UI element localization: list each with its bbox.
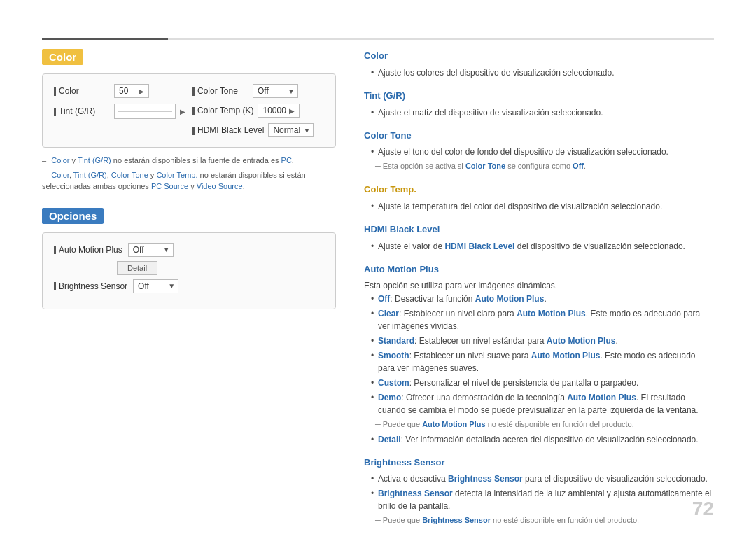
auto-motion-item-standard: Standard: Establecer un nivel estándar p… [371, 335, 714, 347]
auto-motion-select[interactable]: Off ▼ [128, 243, 174, 257]
color-right-arrow: ▶ [139, 87, 144, 95]
footnote-1: – Color y Tint (G/R) no estarán disponib… [42, 155, 336, 167]
color-settings-grid: Color 50 ▶ Tint (G/R) ▶ [54, 84, 324, 137]
color-value-box[interactable]: 50 ▶ [114, 84, 149, 98]
color-label: Color [54, 86, 110, 96]
color-tone-label: Color Tone [192, 86, 248, 96]
tint-right-arrow: ▶ [180, 108, 186, 115]
color-temp-label: Color Temp (K) [192, 106, 253, 115]
right-tint-title: Tint (G/R) [364, 89, 714, 104]
color-left-settings: Color 50 ▶ Tint (G/R) ▶ [54, 84, 186, 137]
right-color-temp-item-1: Ajuste la temperatura del color del disp… [371, 200, 714, 213]
slider-track [118, 111, 172, 112]
right-color-temp-title: Color Temp. [364, 183, 714, 197]
right-auto-motion-title: Auto Motion Plus [364, 262, 714, 277]
right-hdmi-title: HDMI Black Level [364, 223, 714, 237]
tint-label: Tint (G/R) [54, 106, 110, 116]
hdmi-black-row: HDMI Black Level Normal ▼ [192, 123, 324, 137]
auto-motion-item-off: Off: Desactivar la función Auto Motion P… [371, 293, 714, 305]
right-brightness-title: Brightness Sensor [364, 456, 714, 470]
brightness-note: Puede que Brightness Sensor no esté disp… [364, 514, 714, 527]
right-hdmi-list: Ajuste el valor de HDMI Black Level del … [364, 240, 714, 253]
brightness-sensor-select[interactable]: Off ▼ [133, 279, 178, 293]
color-temp-value[interactable]: 10000 ▶ [258, 104, 299, 118]
color-tone-row: Color Tone Off ▼ [192, 84, 324, 98]
right-color-item-1: Ajuste los colores del dispositivo de vi… [371, 66, 714, 79]
right-color-tone-title: Color Tone [364, 129, 714, 143]
opciones-section-title: Opciones [42, 208, 104, 224]
right-auto-motion-detail-list: Detail: Ver información detallada acerca… [364, 433, 714, 446]
color-row: Color 50 ▶ [54, 84, 186, 98]
opciones-box: Auto Motion Plus Off ▼ Detail Brightness… [42, 232, 336, 309]
auto-motion-item-custom: Custom: Personalizar el nivel de persist… [371, 377, 714, 389]
right-hdmi-item-1: Ajuste el valor de HDMI Black Level del … [371, 240, 714, 253]
tint-slider[interactable] [114, 104, 176, 119]
right-brightness-list: Activa o desactiva Brightness Sensor par… [364, 472, 714, 512]
right-color-tone-section: Color Tone Ajuste el tono del color de f… [364, 129, 714, 173]
tint-row: Tint (G/R) ▶ [54, 104, 186, 119]
right-color-tone-item-1: Ajuste el tono del color de fondo del di… [371, 146, 714, 158]
brightness-sensor-arrow: ▼ [168, 282, 175, 290]
right-color-title: Color [364, 49, 714, 64]
hdmi-black-arrow: ▼ [303, 127, 310, 134]
top-border [42, 38, 714, 40]
brightness-sensor-row: Brightness Sensor Off ▼ [54, 279, 324, 293]
color-temp-row: Color Temp (K) 10000 ▶ [192, 104, 324, 118]
color-section-title: Color [42, 49, 83, 65]
page-number: 72 [692, 498, 714, 520]
right-color-tone-list: Ajuste el tono del color de fondo del di… [364, 146, 714, 158]
color-footnotes: – Color y Tint (G/R) no estarán disponib… [42, 155, 336, 192]
auto-motion-row: Auto Motion Plus Off ▼ [54, 243, 324, 257]
right-tint-list: Ajuste el matiz del dispositivo de visua… [364, 106, 714, 119]
detail-button[interactable]: Detail [117, 261, 158, 275]
right-auto-motion-list: Off: Desactivar la función Auto Motion P… [364, 293, 714, 416]
auto-motion-item-detail: Detail: Ver información detallada acerca… [371, 433, 714, 446]
opciones-section: Opciones Auto Motion Plus Off ▼ Detail B… [42, 208, 336, 309]
color-right-settings: Color Tone Off ▼ Color Temp (K) 10000 [192, 84, 324, 137]
right-color-list: Ajuste los colores del dispositivo de vi… [364, 66, 714, 79]
color-temp-arrow: ▶ [289, 107, 295, 115]
auto-motion-item-demo: Demo: Ofrecer una demostración de la tec… [371, 391, 714, 416]
right-auto-motion-section: Auto Motion Plus Esta opción se utiliza … [364, 262, 714, 446]
right-tint-section: Tint (G/R) Ajuste el matiz del dispositi… [364, 89, 714, 119]
right-auto-motion-intro: Esta opción se utiliza para ver imágenes… [364, 279, 714, 293]
hdmi-black-label: HDMI Black Level [192, 125, 264, 135]
footnote-2: – Color, Tint (G/R), Color Tone y Color … [42, 169, 336, 192]
auto-motion-item-clear: Clear: Establecer un nivel claro para Au… [371, 307, 714, 332]
color-tone-arrow: ▼ [288, 87, 295, 95]
page-content: Color Color 50 ▶ [42, 49, 714, 506]
brightness-item-1: Activa o desactiva Brightness Sensor par… [371, 472, 714, 485]
right-brightness-section: Brightness Sensor Activa o desactiva Bri… [364, 456, 714, 527]
right-tint-item-1: Ajuste el matiz del dispositivo de visua… [371, 106, 714, 119]
right-color-temp-section: Color Temp. Ajuste la temperatura del co… [364, 183, 714, 213]
auto-motion-note: Puede que Auto Motion Plus no esté dispo… [364, 419, 714, 431]
right-hdmi-section: HDMI Black Level Ajuste el valor de HDMI… [364, 223, 714, 253]
color-section: Color Color 50 ▶ [42, 49, 336, 192]
right-color-section: Color Ajuste los colores del dispositivo… [364, 49, 714, 79]
color-settings-box: Color 50 ▶ Tint (G/R) ▶ [42, 73, 336, 148]
color-tone-note: Esta opción se activa si Color Tone se c… [364, 160, 714, 173]
auto-motion-arrow: ▼ [163, 246, 170, 253]
color-tone-select[interactable]: Off ▼ [253, 84, 298, 98]
hdmi-black-select[interactable]: Normal ▼ [268, 123, 314, 137]
brightness-sensor-label: Brightness Sensor [54, 281, 127, 291]
right-column: Color Ajuste los colores del dispositivo… [364, 49, 714, 506]
right-color-temp-list: Ajuste la temperatura del color del disp… [364, 200, 714, 213]
left-column: Color Color 50 ▶ [42, 49, 336, 506]
auto-motion-item-smooth: Smooth: Establecer un nivel suave para A… [371, 349, 714, 374]
brightness-item-2: Brightness Sensor detecta la intensidad … [371, 487, 714, 512]
auto-motion-label: Auto Motion Plus [54, 245, 122, 255]
